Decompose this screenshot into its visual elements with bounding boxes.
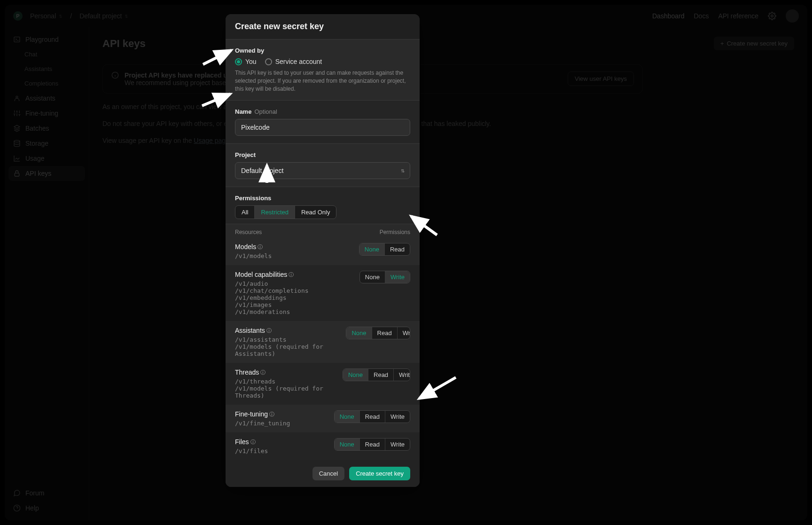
resource-name: Threadsⓘ [235, 368, 343, 376]
seg-all[interactable]: All [235, 206, 254, 219]
info-icon[interactable]: ⓘ [260, 369, 265, 375]
seg-readonly[interactable]: Read Only [295, 206, 336, 219]
radio-dot-icon [235, 58, 242, 65]
perm-none[interactable]: None [359, 243, 384, 255]
perm-write[interactable]: Write [385, 411, 410, 423]
permission-toggle: NoneRead [359, 243, 410, 256]
permission-toggle: NoneReadWrite [346, 327, 410, 339]
perm-read[interactable]: Read [372, 327, 397, 339]
perm-read[interactable]: Read [384, 243, 410, 255]
owned-by-label: Owned by [235, 47, 410, 54]
perm-write[interactable]: Write [397, 327, 410, 339]
permission-toggle: NoneReadWrite [343, 368, 410, 381]
permission-segmented: All Restricted Read Only [235, 205, 336, 219]
info-icon[interactable]: ⓘ [269, 411, 274, 417]
resources-col: Resources [235, 229, 262, 235]
perm-write[interactable]: Write [385, 271, 410, 283]
permission-toggle: NoneReadWrite [334, 438, 410, 451]
perm-write[interactable]: Write [385, 439, 410, 450]
modal-title: Create new secret key [235, 22, 410, 31]
resource-row: Filesⓘ/v1/filesNoneReadWrite [226, 432, 420, 460]
perm-write[interactable]: Write [393, 369, 410, 381]
perm-read[interactable]: Read [359, 439, 385, 450]
perm-read[interactable]: Read [359, 411, 385, 423]
info-icon[interactable]: ⓘ [289, 272, 294, 277]
resources-list: Modelsⓘ/v1/modelsNoneReadModel capabilit… [226, 237, 420, 460]
perm-read[interactable]: Read [368, 369, 393, 381]
perm-none[interactable]: None [335, 439, 359, 450]
resource-paths: /v1/models [235, 252, 272, 259]
resource-paths: /v1/assistants /v1/models (required for … [235, 336, 346, 357]
resource-paths: /v1/files [235, 447, 268, 454]
resource-row: Assistantsⓘ/v1/assistants /v1/models (re… [226, 321, 420, 363]
owner-radio-you[interactable]: You [235, 58, 257, 65]
info-icon[interactable]: ⓘ [258, 244, 263, 250]
chevron-updown-icon: ⇅ [401, 168, 405, 173]
resource-name: Assistantsⓘ [235, 327, 346, 334]
create-secret-key-button[interactable]: Create secret key [349, 467, 410, 480]
perm-none[interactable]: None [343, 369, 368, 381]
create-key-modal: Create new secret key Owned by You Servi… [226, 14, 420, 487]
info-icon[interactable]: ⓘ [266, 328, 272, 333]
resource-paths: /v1/fine_tuning [235, 420, 290, 427]
owner-hint: This API key is tied to your user and ca… [235, 69, 410, 93]
resource-name: Model capabilitiesⓘ [235, 271, 309, 278]
project-select[interactable] [235, 162, 410, 179]
permission-toggle: NoneReadWrite [334, 410, 410, 423]
optional-tag: Optional [254, 108, 277, 115]
name-input[interactable] [235, 119, 410, 136]
name-label: NameOptional [235, 108, 410, 115]
permissions-label: Permissions [235, 195, 410, 202]
perm-none[interactable]: None [335, 411, 359, 423]
radio-dot-icon [265, 58, 272, 65]
permissions-col: Permissions [380, 229, 410, 235]
info-icon[interactable]: ⓘ [250, 439, 256, 445]
resource-paths: /v1/threads /v1/models (required for Thr… [235, 378, 343, 399]
label: Service account [275, 58, 322, 65]
resource-name: Modelsⓘ [235, 243, 272, 251]
resource-row: Threadsⓘ/v1/threads /v1/models (required… [226, 363, 420, 405]
owner-radio-service[interactable]: Service account [265, 58, 322, 65]
perm-none[interactable]: None [360, 271, 385, 283]
seg-restricted[interactable]: Restricted [254, 206, 295, 219]
resource-row: Model capabilitiesⓘ/v1/audio /v1/chat/co… [226, 265, 420, 321]
resource-row: Modelsⓘ/v1/modelsNoneRead [226, 237, 420, 265]
resource-row: Fine-tuningⓘ/v1/fine_tuningNoneReadWrite [226, 405, 420, 432]
modal-footer: Cancel Create secret key [226, 460, 420, 487]
resource-name: Filesⓘ [235, 438, 268, 446]
cancel-button[interactable]: Cancel [312, 467, 344, 480]
perm-none[interactable]: None [346, 327, 371, 339]
permission-toggle: NoneWrite [359, 271, 410, 283]
project-label: Project [235, 151, 410, 158]
label: You [245, 58, 257, 65]
resource-paths: /v1/audio /v1/chat/completions /v1/embed… [235, 280, 309, 315]
resource-name: Fine-tuningⓘ [235, 410, 290, 418]
resource-headers: Resources Permissions [226, 224, 420, 237]
